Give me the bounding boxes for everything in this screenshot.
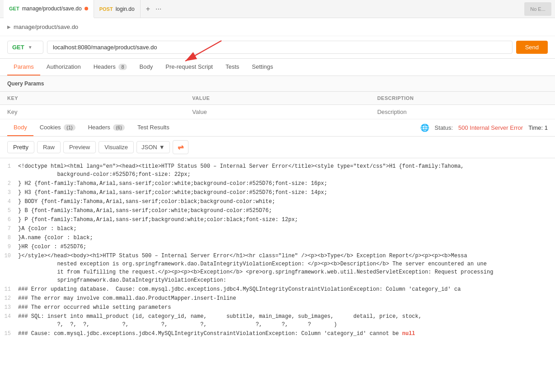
code-line-1: 1 <!doctype html><html lang="en"><head><… bbox=[0, 162, 555, 179]
code-line-4: 4 } BODY {font-family:Tahoma,Arial,sans-… bbox=[0, 197, 555, 206]
visualize-button[interactable]: Visualize bbox=[99, 141, 134, 153]
code-line-8: 8 }A.name {color : black; bbox=[0, 233, 555, 242]
code-line-3: 3 } H3 {font-family:Tahoma,Arial,sans-se… bbox=[0, 188, 555, 197]
send-button[interactable]: Send bbox=[516, 41, 548, 54]
code-line-6: 6 } P {font-family:Tahoma,Arial,sans-ser… bbox=[0, 215, 555, 224]
method-chevron-icon: ▼ bbox=[28, 45, 33, 50]
value-input[interactable] bbox=[192, 109, 362, 115]
format-dropdown[interactable]: JSON ▼ bbox=[136, 141, 170, 153]
tab-bar: GET manage/product/save.do POST login.do… bbox=[0, 0, 555, 18]
code-line-2: 2 } H2 {font-family:Tahoma,Arial,sans-se… bbox=[0, 179, 555, 188]
time-label: Time: 1 bbox=[528, 124, 548, 131]
tab-path-get: manage/product/save.do bbox=[22, 5, 82, 12]
tab-post-login[interactable]: POST login.do bbox=[94, 0, 141, 18]
code-line-14: 14 ### SQL: insert into mmall_product (i… bbox=[0, 312, 555, 329]
format-value: JSON bbox=[141, 144, 157, 151]
desc-input[interactable] bbox=[377, 109, 548, 115]
url-bar: GET ▼ Send bbox=[0, 36, 555, 59]
res-headers-badge: (6) bbox=[113, 124, 124, 131]
globe-icon: 🌐 bbox=[420, 123, 429, 132]
no-env-label[interactable]: No E... bbox=[524, 2, 551, 16]
key-input[interactable] bbox=[7, 109, 178, 115]
code-line-5: 5 } B {font-family:Tahoma,Arial,sans-ser… bbox=[0, 206, 555, 215]
params-table: KEY VALUE DESCRIPTION bbox=[0, 92, 555, 119]
method-dropdown[interactable]: GET ▼ bbox=[7, 41, 43, 54]
status-label: Status: bbox=[435, 124, 453, 131]
method-value: GET bbox=[12, 44, 24, 51]
code-line-13: 13 ### The error occurred while setting … bbox=[0, 303, 555, 312]
tab-tests[interactable]: Tests bbox=[219, 59, 245, 76]
res-tab-test-results[interactable]: Test Results bbox=[131, 119, 176, 136]
tab-actions: + ··· bbox=[144, 3, 164, 15]
add-tab-button[interactable]: + bbox=[144, 3, 152, 15]
params-row-empty bbox=[0, 105, 555, 119]
url-input[interactable] bbox=[47, 41, 513, 54]
code-line-16: 16 ; SQL []; Column 'category_id' cannot… bbox=[0, 338, 555, 339]
url-bar-wrapper: GET ▼ Send bbox=[0, 36, 555, 59]
tab-method-get: GET bbox=[9, 6, 19, 11]
format-chevron-icon: ▼ bbox=[159, 144, 165, 151]
res-tab-cookies[interactable]: Cookies (1) bbox=[33, 119, 82, 136]
app-container: GET manage/product/save.do POST login.do… bbox=[0, 0, 555, 339]
more-tabs-button[interactable]: ··· bbox=[154, 3, 163, 15]
tab-settings[interactable]: Settings bbox=[245, 59, 279, 76]
tab-get-save[interactable]: GET manage/product/save.do bbox=[4, 0, 94, 18]
code-line-11: 11 ### Error updating database. Cause: c… bbox=[0, 285, 555, 294]
body-toolbar: Pretty Raw Preview Visualize JSON ▼ ⇌ bbox=[0, 137, 555, 158]
tab-params[interactable]: Params bbox=[7, 59, 40, 76]
query-params-header: Query Params bbox=[0, 76, 555, 92]
tab-method-post: POST bbox=[99, 6, 113, 12]
col-desc-header: DESCRIPTION bbox=[370, 92, 555, 105]
code-line-10: 10 }</style></head><body><h1>HTTP Status… bbox=[0, 251, 555, 285]
code-line-7: 7 }A {color : black; bbox=[0, 224, 555, 233]
response-body[interactable]: 1 <!doctype html><html lang="en"><head><… bbox=[0, 158, 555, 339]
tab-path-post: login.do bbox=[116, 6, 135, 12]
tab-prerequest[interactable]: Pre-request Script bbox=[159, 59, 219, 76]
raw-button[interactable]: Raw bbox=[37, 141, 61, 153]
pretty-button[interactable]: Pretty bbox=[7, 141, 34, 153]
preview-button[interactable]: Preview bbox=[63, 141, 96, 153]
status-value: 500 Internal Server Error bbox=[458, 124, 523, 131]
tab-headers[interactable]: Headers 8 bbox=[87, 59, 133, 76]
breadcrumb-chevron: ▶ bbox=[7, 24, 11, 29]
tab-body[interactable]: Body bbox=[133, 59, 160, 76]
response-meta: 🌐 Status: 500 Internal Server Error Time… bbox=[420, 123, 548, 132]
cookies-badge: (1) bbox=[64, 124, 75, 131]
res-tab-headers[interactable]: Headers (6) bbox=[82, 119, 131, 136]
code-line-15: 15 ### Cause: com.mysql.jdbc.exceptions.… bbox=[0, 329, 555, 338]
request-tabs: Params Authorization Headers 8 Body Pre-… bbox=[0, 59, 555, 76]
request-breadcrumb: ▶ manage/product/save.do bbox=[0, 18, 555, 36]
tab-authorization[interactable]: Authorization bbox=[40, 59, 87, 76]
headers-badge: 8 bbox=[118, 64, 127, 70]
wrap-icon[interactable]: ⇌ bbox=[173, 140, 188, 154]
tab-unsaved-dot bbox=[85, 7, 88, 10]
code-line-12: 12 ### The error may involve com.mmall.d… bbox=[0, 294, 555, 303]
col-key-header: KEY bbox=[0, 92, 185, 105]
col-value-header: VALUE bbox=[185, 92, 370, 105]
code-line-9: 9 }HR {color : #525D76; bbox=[0, 242, 555, 251]
response-tabs: Body Cookies (1) Headers (6) Test Result… bbox=[0, 119, 555, 137]
res-tab-body[interactable]: Body bbox=[7, 119, 33, 136]
breadcrumb-title: manage/product/save.do bbox=[14, 24, 78, 30]
